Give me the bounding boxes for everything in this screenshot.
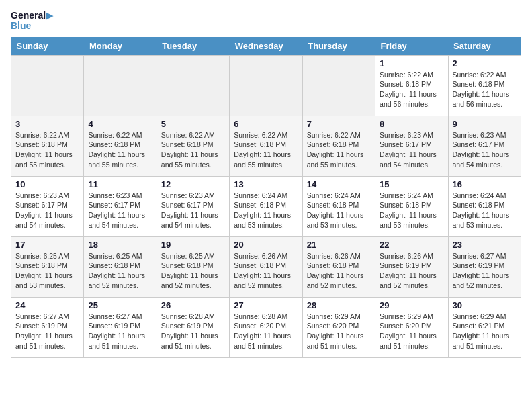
calendar-week-row: 3Sunrise: 6:22 AMSunset: 6:18 PMDaylight… — [11, 116, 521, 176]
day-info: Sunrise: 6:26 AMSunset: 6:19 PMDaylight:… — [380, 251, 443, 291]
weekday-friday: Friday — [375, 37, 448, 56]
day-cell-6: 6Sunrise: 6:22 AMSunset: 6:18 PMDaylight… — [230, 116, 302, 176]
day-number: 9 — [453, 119, 517, 129]
day-cell-18: 18Sunrise: 6:25 AMSunset: 6:18 PMDayligh… — [84, 236, 157, 297]
day-cell-12: 12Sunrise: 6:23 AMSunset: 6:17 PMDayligh… — [157, 176, 229, 236]
day-cell-10: 10Sunrise: 6:23 AMSunset: 6:17 PMDayligh… — [11, 176, 84, 236]
day-cell-13: 13Sunrise: 6:24 AMSunset: 6:18 PMDayligh… — [230, 176, 302, 236]
day-cell-15: 15Sunrise: 6:24 AMSunset: 6:18 PMDayligh… — [375, 176, 448, 236]
day-info: Sunrise: 6:24 AMSunset: 6:18 PMDaylight:… — [234, 191, 298, 230]
day-cell-5: 5Sunrise: 6:22 AMSunset: 6:18 PMDaylight… — [157, 116, 229, 176]
day-info: Sunrise: 6:28 AMSunset: 6:19 PMDaylight:… — [161, 312, 225, 351]
day-number: 2 — [453, 58, 517, 68]
day-number: 23 — [453, 240, 517, 250]
day-number: 13 — [234, 179, 298, 189]
weekday-tuesday: Tuesday — [157, 37, 229, 56]
day-info: Sunrise: 6:27 AMSunset: 6:19 PMDaylight:… — [453, 251, 517, 291]
day-number: 29 — [380, 300, 443, 310]
calendar-week-row: 17Sunrise: 6:25 AMSunset: 6:18 PMDayligh… — [11, 236, 521, 297]
day-number: 27 — [234, 300, 298, 310]
day-info: Sunrise: 6:25 AMSunset: 6:18 PMDaylight:… — [88, 251, 152, 291]
day-number: 11 — [88, 179, 152, 189]
day-number: 3 — [15, 119, 79, 129]
day-cell-14: 14Sunrise: 6:24 AMSunset: 6:18 PMDayligh… — [302, 176, 375, 236]
day-number: 14 — [307, 179, 371, 189]
day-number: 28 — [307, 300, 371, 310]
day-info: Sunrise: 6:23 AMSunset: 6:17 PMDaylight:… — [15, 191, 79, 230]
day-info: Sunrise: 6:22 AMSunset: 6:18 PMDaylight:… — [15, 130, 79, 170]
day-info: Sunrise: 6:22 AMSunset: 6:18 PMDaylight:… — [380, 70, 443, 109]
day-number: 21 — [307, 240, 371, 250]
day-number: 30 — [453, 300, 517, 310]
weekday-sunday: Sunday — [11, 37, 84, 56]
day-info: Sunrise: 6:23 AMSunset: 6:17 PMDaylight:… — [88, 191, 152, 230]
day-info: Sunrise: 6:28 AMSunset: 6:20 PMDaylight:… — [234, 312, 298, 351]
day-number: 1 — [380, 58, 443, 68]
day-number: 4 — [88, 119, 152, 129]
day-cell-26: 26Sunrise: 6:28 AMSunset: 6:19 PMDayligh… — [157, 297, 229, 357]
day-cell-4: 4Sunrise: 6:22 AMSunset: 6:18 PMDaylight… — [84, 116, 157, 176]
weekday-saturday: Saturday — [448, 37, 521, 56]
day-number: 20 — [234, 240, 298, 250]
day-cell-9: 9Sunrise: 6:23 AMSunset: 6:17 PMDaylight… — [448, 116, 521, 176]
calendar-week-row: 24Sunrise: 6:27 AMSunset: 6:19 PMDayligh… — [11, 297, 521, 357]
calendar-header: SundayMondayTuesdayWednesdayThursdayFrid… — [11, 37, 521, 56]
empty-cell — [11, 55, 84, 116]
day-info: Sunrise: 6:25 AMSunset: 6:18 PMDaylight:… — [15, 251, 79, 291]
day-number: 24 — [15, 300, 79, 310]
weekday-row: SundayMondayTuesdayWednesdayThursdayFrid… — [11, 37, 521, 56]
day-cell-22: 22Sunrise: 6:26 AMSunset: 6:19 PMDayligh… — [375, 236, 448, 297]
day-info: Sunrise: 6:23 AMSunset: 6:17 PMDaylight:… — [380, 130, 443, 170]
day-info: Sunrise: 6:23 AMSunset: 6:17 PMDaylight:… — [161, 191, 225, 230]
day-number: 15 — [380, 179, 443, 189]
day-info: Sunrise: 6:29 AMSunset: 6:20 PMDaylight:… — [380, 312, 443, 351]
empty-cell — [230, 55, 302, 116]
day-number: 22 — [380, 240, 443, 250]
day-cell-2: 2Sunrise: 6:22 AMSunset: 6:18 PMDaylight… — [448, 55, 521, 116]
day-cell-3: 3Sunrise: 6:22 AMSunset: 6:18 PMDaylight… — [11, 116, 84, 176]
day-cell-8: 8Sunrise: 6:23 AMSunset: 6:17 PMDaylight… — [375, 116, 448, 176]
day-number: 10 — [15, 179, 79, 189]
day-info: Sunrise: 6:25 AMSunset: 6:18 PMDaylight:… — [161, 251, 225, 291]
day-cell-21: 21Sunrise: 6:26 AMSunset: 6:18 PMDayligh… — [302, 236, 375, 297]
day-info: Sunrise: 6:27 AMSunset: 6:19 PMDaylight:… — [15, 312, 79, 351]
day-cell-25: 25Sunrise: 6:27 AMSunset: 6:19 PMDayligh… — [84, 297, 157, 357]
day-number: 18 — [88, 240, 152, 250]
day-cell-20: 20Sunrise: 6:26 AMSunset: 6:18 PMDayligh… — [230, 236, 302, 297]
day-number: 7 — [307, 119, 371, 129]
day-cell-16: 16Sunrise: 6:24 AMSunset: 6:18 PMDayligh… — [448, 176, 521, 236]
day-info: Sunrise: 6:22 AMSunset: 6:18 PMDaylight:… — [307, 130, 371, 170]
day-info: Sunrise: 6:22 AMSunset: 6:18 PMDaylight:… — [453, 70, 517, 109]
day-cell-23: 23Sunrise: 6:27 AMSunset: 6:19 PMDayligh… — [448, 236, 521, 297]
empty-cell — [84, 55, 157, 116]
day-info: Sunrise: 6:22 AMSunset: 6:18 PMDaylight:… — [234, 130, 298, 170]
day-cell-28: 28Sunrise: 6:29 AMSunset: 6:20 PMDayligh… — [302, 297, 375, 357]
day-cell-27: 27Sunrise: 6:28 AMSunset: 6:20 PMDayligh… — [230, 297, 302, 357]
day-info: Sunrise: 6:24 AMSunset: 6:18 PMDaylight:… — [453, 191, 517, 230]
day-cell-17: 17Sunrise: 6:25 AMSunset: 6:18 PMDayligh… — [11, 236, 84, 297]
day-cell-7: 7Sunrise: 6:22 AMSunset: 6:18 PMDaylight… — [302, 116, 375, 176]
day-info: Sunrise: 6:27 AMSunset: 6:19 PMDaylight:… — [88, 312, 152, 351]
day-info: Sunrise: 6:29 AMSunset: 6:21 PMDaylight:… — [453, 312, 517, 351]
empty-cell — [157, 55, 229, 116]
calendar: SundayMondayTuesdayWednesdayThursdayFrid… — [11, 37, 521, 358]
day-cell-29: 29Sunrise: 6:29 AMSunset: 6:20 PMDayligh… — [375, 297, 448, 357]
day-cell-11: 11Sunrise: 6:23 AMSunset: 6:17 PMDayligh… — [84, 176, 157, 236]
day-number: 26 — [161, 300, 225, 310]
day-info: Sunrise: 6:29 AMSunset: 6:20 PMDaylight:… — [307, 312, 371, 351]
logo: General▶ Blue — [11, 11, 53, 32]
day-info: Sunrise: 6:24 AMSunset: 6:18 PMDaylight:… — [307, 191, 371, 230]
day-number: 17 — [15, 240, 79, 250]
day-cell-30: 30Sunrise: 6:29 AMSunset: 6:21 PMDayligh… — [448, 297, 521, 357]
day-info: Sunrise: 6:24 AMSunset: 6:18 PMDaylight:… — [380, 191, 443, 230]
day-info: Sunrise: 6:26 AMSunset: 6:18 PMDaylight:… — [307, 251, 371, 291]
day-number: 6 — [234, 119, 298, 129]
calendar-body: 1Sunrise: 6:22 AMSunset: 6:18 PMDaylight… — [11, 55, 521, 357]
day-number: 12 — [161, 179, 225, 189]
calendar-week-row: 10Sunrise: 6:23 AMSunset: 6:17 PMDayligh… — [11, 176, 521, 236]
day-number: 8 — [380, 119, 443, 129]
weekday-wednesday: Wednesday — [230, 37, 302, 56]
day-info: Sunrise: 6:22 AMSunset: 6:18 PMDaylight:… — [88, 130, 152, 170]
day-cell-1: 1Sunrise: 6:22 AMSunset: 6:18 PMDaylight… — [375, 55, 448, 116]
day-number: 19 — [161, 240, 225, 250]
